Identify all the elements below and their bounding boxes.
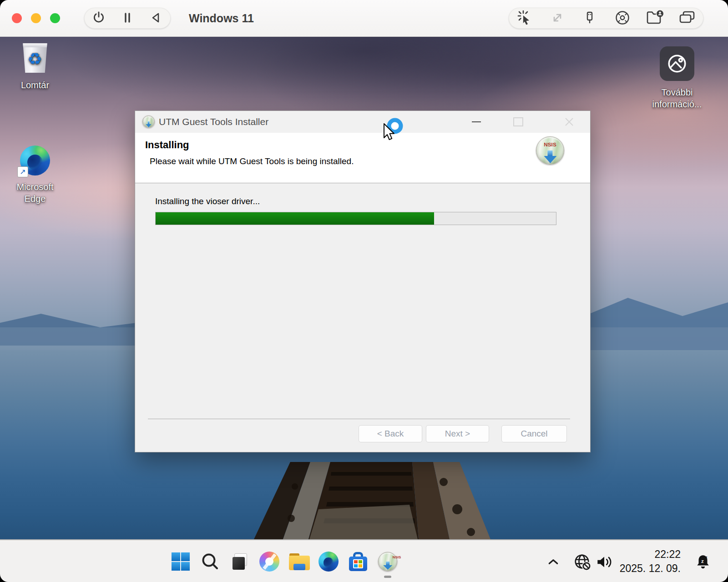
traffic-close-button[interactable] bbox=[12, 13, 22, 23]
dialog-close-button[interactable] bbox=[555, 111, 584, 133]
installer-header: Installing Please wait while UTM Guest T… bbox=[135, 133, 590, 183]
progress-fill bbox=[156, 212, 434, 225]
install-status-text: Installing the vioser driver... bbox=[155, 196, 260, 206]
back-button[interactable]: < Back bbox=[359, 425, 422, 442]
task-view-button[interactable] bbox=[230, 552, 250, 572]
power-icon bbox=[91, 10, 106, 26]
screen: Windows 11 bbox=[0, 0, 728, 582]
network-status-button[interactable] bbox=[572, 552, 592, 572]
speaker-icon bbox=[595, 552, 614, 572]
close-icon bbox=[564, 117, 574, 127]
file-explorer-icon bbox=[289, 552, 309, 571]
desktop-icon-label: Lomtár bbox=[7, 79, 63, 91]
vm-toolbar-group bbox=[509, 8, 703, 29]
nsis-taskbar-icon: NSIS bbox=[378, 552, 397, 571]
tray-time: 22:22 bbox=[618, 547, 681, 562]
task-view-icon bbox=[231, 552, 249, 571]
photo-icon bbox=[666, 53, 688, 75]
copilot-button[interactable] bbox=[259, 552, 279, 572]
desktop-icon-recycle-bin[interactable]: ♻ Lomtár bbox=[7, 43, 63, 91]
installer-heading: Installing bbox=[145, 139, 189, 151]
nsis-installer-taskbar-button[interactable]: NSIS bbox=[378, 552, 398, 572]
dialog-maximize-button[interactable] bbox=[504, 111, 533, 133]
svg-text:z: z bbox=[701, 558, 704, 564]
clock-button[interactable]: 22:22 2025. 12. 09. bbox=[618, 547, 681, 576]
desktop-icon-label: További információ... bbox=[649, 86, 705, 110]
recycle-bin-icon: ♻ bbox=[21, 43, 49, 73]
search-icon bbox=[200, 552, 220, 572]
drive-image-button[interactable] bbox=[606, 8, 638, 29]
recycle-symbol-icon: ♻ bbox=[21, 50, 49, 68]
pause-icon bbox=[120, 10, 135, 26]
edge-icon bbox=[318, 552, 339, 572]
displays-icon bbox=[678, 10, 696, 27]
search-button[interactable] bbox=[200, 552, 220, 572]
installer-dialog: UTM Guest Tools Installer Installing Ple… bbox=[135, 110, 591, 452]
dialog-separator bbox=[148, 419, 570, 420]
file-explorer-button[interactable] bbox=[289, 552, 309, 572]
shortcut-arrow-icon: ↗ bbox=[17, 166, 28, 177]
capture-cursor-button[interactable] bbox=[509, 8, 541, 29]
edge-button[interactable] bbox=[318, 552, 339, 572]
usb-devices-button[interactable] bbox=[574, 8, 606, 29]
power-button[interactable] bbox=[84, 8, 113, 29]
next-button[interactable]: Next > bbox=[426, 425, 489, 442]
photo-tile-icon bbox=[660, 46, 694, 81]
microsoft-store-icon bbox=[348, 552, 368, 572]
volume-button[interactable] bbox=[594, 552, 614, 572]
nsis-header-icon: NSIS bbox=[536, 136, 564, 165]
installer-title: UTM Guest Tools Installer bbox=[159, 111, 268, 133]
shared-directory-button[interactable] bbox=[638, 8, 671, 29]
vm-window-title: Windows 11 bbox=[189, 0, 254, 36]
traffic-minimize-button[interactable] bbox=[31, 13, 41, 23]
vm-control-group bbox=[84, 8, 171, 29]
external-displays-button[interactable] bbox=[671, 8, 703, 29]
svg-text:z: z bbox=[705, 555, 707, 560]
windows-taskbar: NSIS 22:22 2025. 12. 09. bbox=[0, 539, 728, 582]
nsis-arrow-icon bbox=[547, 151, 552, 156]
traffic-zoom-button[interactable] bbox=[50, 13, 60, 23]
pause-button[interactable] bbox=[113, 8, 142, 29]
install-progress-bar bbox=[155, 212, 556, 225]
start-button[interactable] bbox=[171, 552, 191, 572]
nsis-titlebar-icon bbox=[142, 115, 155, 128]
installer-titlebar[interactable]: UTM Guest Tools Installer bbox=[135, 111, 590, 133]
desktop-icon-label: Microsoft Edge bbox=[7, 181, 63, 205]
tray-overflow-button[interactable] bbox=[545, 555, 561, 568]
send-to-back-button[interactable] bbox=[142, 8, 171, 29]
chevron-up-icon bbox=[547, 557, 559, 566]
installer-subheading: Please wait while UTM Guest Tools is bei… bbox=[150, 156, 354, 166]
back-triangle-icon bbox=[149, 10, 163, 26]
disc-icon bbox=[614, 10, 631, 27]
desktop-icon-more-info[interactable]: További információ... bbox=[649, 46, 705, 110]
utm-vm-window: Windows 11 bbox=[0, 0, 728, 582]
running-app-indicator bbox=[384, 576, 391, 578]
dialog-minimize-button[interactable] bbox=[462, 111, 491, 133]
bell-dnd-icon: z z bbox=[694, 553, 712, 571]
copilot-icon bbox=[259, 552, 279, 572]
capture-cursor-icon bbox=[517, 10, 533, 27]
windows-logo-icon bbox=[171, 552, 190, 571]
microsoft-store-button[interactable] bbox=[348, 552, 368, 572]
desktop-icon-microsoft-edge[interactable]: ↗ Microsoft Edge bbox=[7, 146, 63, 205]
macos-titlebar: Windows 11 bbox=[0, 0, 728, 37]
resize-icon bbox=[550, 10, 565, 26]
tray-date: 2025. 12. 09. bbox=[618, 562, 681, 576]
cancel-button[interactable]: Cancel bbox=[501, 425, 567, 442]
shared-folder-icon bbox=[646, 10, 664, 27]
notifications-button[interactable]: z z bbox=[693, 552, 713, 572]
globe-no-network-icon bbox=[573, 552, 592, 572]
usb-icon bbox=[582, 10, 597, 26]
resize-window-button[interactable] bbox=[541, 8, 573, 29]
